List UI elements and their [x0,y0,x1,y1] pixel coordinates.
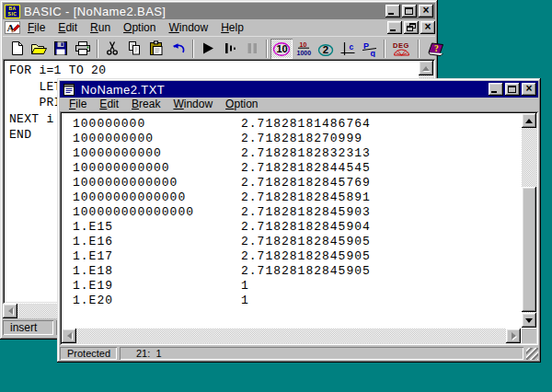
decimal-display-button[interactable]: 10 [270,39,293,59]
txt-minimize-button[interactable] [489,83,503,96]
e-approximation-value: 2.71828182845903 [241,205,371,220]
svg-text:2: 2 [323,44,328,55]
basic-app-icon: BA SIC [5,5,20,18]
mdi-minimize-button[interactable] [387,21,402,34]
output-row: 1.E182.71828182845905 [62,264,521,279]
save-file-button[interactable] [50,39,72,59]
scrollbar-corner [522,329,536,343]
output-row: 10000000000002.71828182845769 [62,176,521,190]
toolbar-separator [192,40,194,58]
menu-option[interactable]: Option [117,19,162,37]
resize-grip[interactable] [526,348,538,360]
run-button[interactable] [197,39,219,59]
txt-scroll-up-button[interactable] [522,113,536,128]
svg-text:c: c [350,41,354,51]
n-value: 1.E16 [62,235,241,249]
paste-button[interactable] [145,39,167,59]
output-row: 1000000000000002.71828182845903 [62,205,521,220]
scroll-up-button[interactable] [419,61,433,75]
undo-icon [169,40,188,56]
e-approximation-value: 1 [241,279,249,294]
output-row: 1.E191 [62,279,521,294]
svg-text:1000: 1000 [297,50,312,56]
help-button[interactable]: ? [422,39,449,59]
new-file-button[interactable] [6,39,28,59]
n-value: 1.E20 [62,294,241,308]
axis-constant-button[interactable]: c [337,39,359,59]
output-row: 1.E162.71828182845905 [62,235,521,249]
txt-vertical-scrollbar[interactable] [522,113,536,328]
fraction-10-1000-icon: 10 1000 [294,40,313,57]
menu-window[interactable]: Window [162,19,214,37]
txt-scroll-down-button[interactable] [522,313,536,328]
txt-statusbar: Protected 21: 1 [60,347,538,360]
axis-constant-icon: c [339,40,357,57]
n-value: 1.E15 [62,220,241,235]
n-value: 10000000000 [62,146,241,161]
p-over-q-button[interactable]: P q [359,39,381,59]
close-button[interactable] [419,5,433,17]
fraction-display-button[interactable]: 10 1000 [293,39,315,59]
txt-maximize-button[interactable] [505,83,520,96]
open-file-button[interactable] [28,39,50,59]
deg-mode-button[interactable]: DEG [388,39,415,59]
arrow-up-icon [525,119,533,123]
arrow-up-icon [422,66,430,71]
txt-close-button[interactable] [522,83,536,96]
output-row: 10000000002.7182818270999 [62,132,521,146]
output-row: 1.E172.71828182845905 [62,249,521,264]
toolbar-separator [418,40,420,58]
svg-text:10: 10 [300,41,307,48]
print-button[interactable] [72,39,94,59]
save-file-icon [52,40,70,56]
print-icon [74,40,92,56]
scroll-left-button[interactable] [3,304,17,318]
decimal-10-icon: 10 [272,40,291,57]
deg-mode-icon: DEG [389,40,414,57]
txt-scroll-left-button[interactable] [62,329,76,343]
output-text-area[interactable]: 1000000002.7182818148676410000000002.718… [60,111,538,345]
insert-mode-indicator: insert [3,320,53,335]
menu-help[interactable]: Help [214,19,250,37]
txt-output-window: NoName2.TXT FileEditBreakWindowOption 10… [57,78,541,363]
pause-icon [243,40,261,56]
maximize-button[interactable] [402,5,417,17]
main-window-title: BASIC - [NoName2.BAS] [24,5,384,18]
output-rows: 1000000002.7182818148676410000000002.718… [62,113,521,328]
help-book-icon: ? [426,40,446,57]
output-row: 1.E152.71828182845904 [62,220,521,235]
txt-scrollbar-thumb[interactable] [522,187,536,312]
n-value: 1.E18 [62,264,241,279]
cut-button[interactable] [101,39,123,59]
txt-scroll-right-button[interactable] [506,329,521,343]
undo-button[interactable] [167,39,190,59]
svg-text:P: P [363,40,369,50]
menu-run[interactable]: Run [84,19,117,37]
txt-menubar: FileEditBreakWindowOption [60,98,538,111]
mdi-close-button[interactable] [420,21,435,34]
e-approximation-value: 2.71828182832313 [241,146,371,161]
n-value: 1.E19 [62,279,241,294]
menu-edit[interactable]: Edit [52,19,84,37]
bas-document-icon[interactable]: A [5,21,20,34]
output-row: 100000000002.71828182832313 [62,146,521,161]
copy-button[interactable] [123,39,145,59]
e-approximation-value: 2.71828182845905 [241,264,371,279]
pause-button[interactable] [241,39,263,59]
run-icon [199,40,217,56]
base-2-display-button[interactable]: 2 [315,39,337,59]
txt-document-icon [62,83,77,96]
output-row: 1000000002.71828181486764 [62,117,521,132]
toolbar-separator [266,40,268,58]
main-titlebar[interactable]: BA SIC BASIC - [NoName2.BAS] [3,3,435,19]
txt-window-title: NoName2.TXT [81,83,487,97]
mdi-restore-button[interactable] [404,21,419,34]
step-button[interactable] [219,39,241,59]
menu-file[interactable]: File [21,19,52,37]
n-value: 100000000000 [62,161,241,176]
minimize-button[interactable] [385,5,400,17]
txt-horizontal-scrollbar[interactable] [62,329,521,343]
cut-icon [103,40,121,56]
n-value: 100000000 [62,117,241,132]
n-value: 10000000000000 [62,190,241,205]
